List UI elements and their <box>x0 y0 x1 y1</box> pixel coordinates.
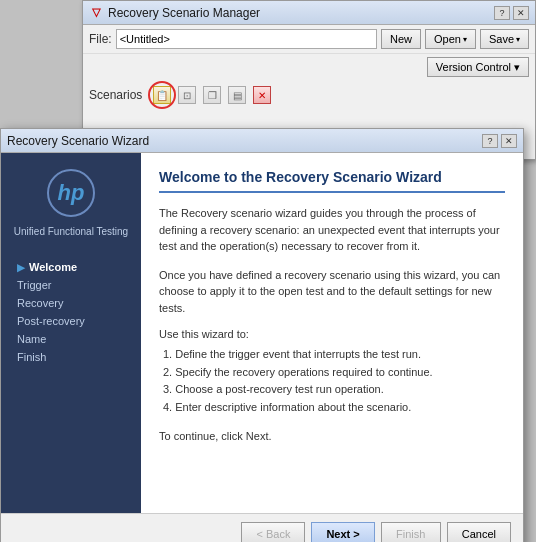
wizard-title-text: Recovery Scenario Wizard <box>7 134 482 148</box>
wizard-sidebar: hp Unified Functional Testing ▶ Welcome … <box>1 153 141 513</box>
hp-logo: hp <box>47 169 95 217</box>
wizard-finish-button[interactable]: Finish <box>381 522 441 542</box>
bg-scenarios-label: Scenarios <box>89 88 142 102</box>
scenario-icon-4: ▤ <box>228 86 246 104</box>
wizard-footer-text: To continue, click Next. <box>159 430 505 442</box>
bg-version-row: Version Control ▾ <box>83 54 535 80</box>
wizard-window: Recovery Scenario Wizard ? ✕ hp Unified … <box>0 128 524 542</box>
bg-icon-btn-delete[interactable]: ✕ <box>251 84 273 106</box>
scenario-icon-3: ❐ <box>203 86 221 104</box>
bg-icon-btn-2[interactable]: ⊡ <box>176 84 198 106</box>
sidebar-item-welcome[interactable]: ▶ Welcome <box>11 258 131 276</box>
sidebar-label-trigger: Trigger <box>17 279 51 291</box>
bg-open-button[interactable]: Open ▾ <box>425 29 476 49</box>
wizard-list: 1. Define the trigger event that interru… <box>159 346 505 416</box>
scenario-icon-2: ⊡ <box>178 86 196 104</box>
bg-version-arrow: ▾ <box>514 61 520 74</box>
sidebar-item-recovery[interactable]: Recovery <box>11 294 131 312</box>
wizard-next-button[interactable]: Next > <box>311 522 374 542</box>
wizard-cancel-button[interactable]: Cancel <box>447 522 511 542</box>
wizard-heading: Welcome to the Recovery Scenario Wizard <box>159 169 505 193</box>
list-item-3: 3. Choose a post-recovery test run opera… <box>159 381 505 399</box>
new-scenario-icon: 📋 <box>153 86 171 104</box>
wizard-button-row: < Back Next > Finish Cancel <box>1 513 523 542</box>
sidebar-arrow-welcome: ▶ <box>17 262 25 273</box>
sidebar-item-name[interactable]: Name <box>11 330 131 348</box>
sidebar-label-finish: Finish <box>17 351 46 363</box>
wizard-back-button[interactable]: < Back <box>241 522 305 542</box>
bg-save-arrow: ▾ <box>516 35 520 44</box>
bg-title-icon: ▽ <box>89 6 103 20</box>
hp-logo-text: hp <box>58 182 85 204</box>
sidebar-label-recovery: Recovery <box>17 297 63 309</box>
bg-version-control-button[interactable]: Version Control ▾ <box>427 57 529 77</box>
wizard-desc2: Once you have defined a recovery scenari… <box>159 267 505 317</box>
scenario-delete-icon: ✕ <box>253 86 271 104</box>
list-item-4: 4. Enter descriptive information about t… <box>159 399 505 417</box>
bg-title-text: Recovery Scenario Manager <box>108 6 494 20</box>
bg-scenarios-row: Scenarios 📋 ⊡ ❐ ▤ ✕ <box>83 80 535 110</box>
wizard-content: Welcome to the Recovery Scenario Wizard … <box>141 153 523 513</box>
bg-save-button[interactable]: Save ▾ <box>480 29 529 49</box>
sidebar-label-post-recovery: Post-recovery <box>17 315 85 327</box>
sidebar-label-welcome: Welcome <box>29 261 77 273</box>
wizard-close-button[interactable]: ✕ <box>501 134 517 148</box>
wizard-help-button[interactable]: ? <box>482 134 498 148</box>
wizard-title-controls: ? ✕ <box>482 134 517 148</box>
list-item-1: 1. Define the trigger event that interru… <box>159 346 505 364</box>
sidebar-item-post-recovery[interactable]: Post-recovery <box>11 312 131 330</box>
bg-file-input[interactable] <box>116 29 377 49</box>
bg-file-row: File: New Open ▾ Save ▾ <box>83 25 535 54</box>
wizard-title-bar: Recovery Scenario Wizard ? ✕ <box>1 129 523 153</box>
bg-icon-btn-4[interactable]: ▤ <box>226 84 248 106</box>
sidebar-label-name: Name <box>17 333 46 345</box>
sidebar-item-finish[interactable]: Finish <box>11 348 131 366</box>
wizard-desc1: The Recovery scenario wizard guides you … <box>159 205 505 255</box>
sidebar-nav: ▶ Welcome Trigger Recovery Post-recovery… <box>11 258 131 366</box>
sidebar-subtitle: Unified Functional Testing <box>14 225 128 238</box>
bg-close-button[interactable]: ✕ <box>513 6 529 20</box>
bg-icon-btn-3[interactable]: ❐ <box>201 84 223 106</box>
sidebar-item-trigger[interactable]: Trigger <box>11 276 131 294</box>
bg-new-scenario-button[interactable]: 📋 <box>151 84 173 106</box>
bg-title-bar: ▽ Recovery Scenario Manager ? ✕ <box>83 1 535 25</box>
bg-title-controls: ? ✕ <box>494 6 529 20</box>
wizard-body: hp Unified Functional Testing ▶ Welcome … <box>1 153 523 513</box>
list-item-2: 2. Specify the recovery operations requi… <box>159 364 505 382</box>
bg-open-arrow: ▾ <box>463 35 467 44</box>
wizard-use-title: Use this wizard to: <box>159 328 505 340</box>
bg-file-label: File: <box>89 32 112 46</box>
bg-help-button[interactable]: ? <box>494 6 510 20</box>
bg-new-button[interactable]: New <box>381 29 421 49</box>
